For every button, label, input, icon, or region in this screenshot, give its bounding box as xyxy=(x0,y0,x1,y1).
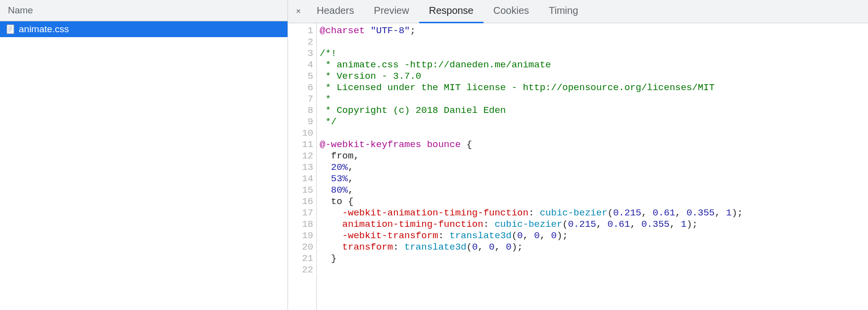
code-token: translate3d xyxy=(404,242,466,253)
code-token: /*! xyxy=(320,48,337,59)
code-token: @-webkit-keyframes bounce xyxy=(320,139,461,150)
code-token: * xyxy=(320,94,331,104)
code-token: , xyxy=(348,162,353,173)
code-token: 0.215 xyxy=(613,207,641,218)
code-token: 0 xyxy=(534,230,539,241)
code-line[interactable]: 53%, xyxy=(320,173,865,185)
code-token: @charset xyxy=(320,25,371,36)
line-number: 6 xyxy=(298,82,313,94)
code-token: , xyxy=(596,219,608,230)
svg-rect-0 xyxy=(7,25,14,34)
line-number: 10 xyxy=(298,128,313,139)
code-token: 1 xyxy=(726,207,731,218)
tab-preview[interactable]: Preview xyxy=(364,0,419,23)
code-token: , xyxy=(478,242,489,253)
code-line[interactable]: * Licensed under the MIT license - http:… xyxy=(320,82,865,94)
code-token: 20% xyxy=(331,162,348,173)
code-token: 0 xyxy=(506,242,511,253)
code-token: 0 xyxy=(489,242,494,253)
tab-cookies[interactable]: Cookies xyxy=(483,0,539,23)
code-line[interactable]: animation-timing-function: cubic-bezier(… xyxy=(320,219,865,230)
close-icon[interactable]: × xyxy=(290,2,307,20)
code-line[interactable]: } xyxy=(320,253,865,264)
code-line[interactable]: @-webkit-keyframes bounce { xyxy=(320,139,865,151)
details-panel: × HeadersPreviewResponseCookiesTiming 12… xyxy=(288,0,868,310)
code-token: animation-timing-function xyxy=(342,219,483,230)
tabs-container: HeadersPreviewResponseCookiesTiming xyxy=(307,0,588,23)
code-token: : xyxy=(483,219,495,230)
code-token xyxy=(320,185,331,196)
code-line[interactable]: -webkit-transform: translate3d(0, 0, 0); xyxy=(320,230,865,242)
code-line[interactable] xyxy=(320,37,865,48)
code-token: 80% xyxy=(331,185,348,196)
code-token: ); xyxy=(686,219,698,230)
code-token: 0.215 xyxy=(568,219,596,230)
code-token: , xyxy=(670,219,681,230)
code-token: , xyxy=(630,219,641,230)
line-number: 12 xyxy=(298,151,313,162)
code-token: * animate.css -http://daneden.me/animate xyxy=(320,59,551,70)
tab-response[interactable]: Response xyxy=(419,0,483,23)
line-number: 18 xyxy=(298,219,313,230)
code-token: ( xyxy=(562,219,568,230)
code-line[interactable]: * Version - 3.7.0 xyxy=(320,71,865,82)
code-line[interactable] xyxy=(320,264,865,276)
code-content[interactable]: @charset "UTF-8"; /*! * animate.css -htt… xyxy=(317,23,868,310)
code-line[interactable]: * Copyright (c) 2018 Daniel Eden xyxy=(320,105,865,116)
code-line[interactable] xyxy=(320,128,865,139)
code-line[interactable]: -webkit-animation-timing-function: cubic… xyxy=(320,207,865,219)
code-token xyxy=(320,230,342,241)
code-token: 0 xyxy=(472,242,478,253)
document-icon xyxy=(6,24,15,35)
response-code-container[interactable]: 12345678910111213141516171819202122 @cha… xyxy=(288,23,868,310)
line-number: 19 xyxy=(298,230,313,242)
code-line[interactable]: * animate.css -http://daneden.me/animate xyxy=(320,59,865,71)
code-token: ( xyxy=(608,207,613,218)
tab-headers[interactable]: Headers xyxy=(307,0,364,23)
code-token: from, xyxy=(320,151,359,161)
code-token xyxy=(320,207,342,218)
line-number: 7 xyxy=(298,94,313,105)
line-number: 16 xyxy=(298,196,313,207)
code-token: , xyxy=(495,242,506,253)
code-token: cubic-bezier xyxy=(494,219,562,230)
code-token xyxy=(320,162,331,173)
code-token: , xyxy=(540,230,551,241)
code-token: } xyxy=(320,253,337,264)
code-line[interactable]: @charset "UTF-8"; xyxy=(320,25,865,37)
line-number: 11 xyxy=(298,139,313,151)
line-number: 3 xyxy=(298,48,313,59)
code-line[interactable]: from, xyxy=(320,151,865,162)
file-item[interactable]: animate.css xyxy=(0,21,288,37)
tab-timing[interactable]: Timing xyxy=(539,0,588,23)
file-name-label: animate.css xyxy=(19,24,69,35)
code-token: , xyxy=(715,207,726,218)
code-token: translate3d xyxy=(449,230,511,241)
line-number: 21 xyxy=(298,253,313,264)
line-number: 14 xyxy=(298,173,313,185)
code-token: : xyxy=(393,242,404,253)
code-token: : xyxy=(438,230,449,241)
code-token: , xyxy=(348,185,353,196)
code-token: { xyxy=(461,139,472,150)
code-token: cubic-bezier xyxy=(540,207,608,218)
line-number: 2 xyxy=(298,37,313,48)
code-line[interactable]: * xyxy=(320,94,865,105)
name-column-header[interactable]: Name xyxy=(0,0,288,21)
code-token: , xyxy=(675,207,686,218)
code-token: -webkit-transform xyxy=(342,230,438,241)
code-token: ; xyxy=(410,25,415,36)
code-line[interactable]: transform: translate3d(0, 0, 0); xyxy=(320,242,865,253)
code-line[interactable]: 80%, xyxy=(320,185,865,196)
line-number: 15 xyxy=(298,185,313,196)
line-number: 22 xyxy=(298,264,313,276)
code-line[interactable]: 20%, xyxy=(320,162,865,173)
code-token: */ xyxy=(320,116,337,127)
code-line[interactable]: /*! xyxy=(320,48,865,59)
code-token: "UTF-8" xyxy=(371,25,410,36)
code-line[interactable]: */ xyxy=(320,116,865,128)
line-number: 8 xyxy=(298,105,313,116)
line-number-gutter: 12345678910111213141516171819202122 xyxy=(288,23,317,310)
line-number: 4 xyxy=(298,59,313,71)
code-line[interactable]: to { xyxy=(320,196,865,207)
